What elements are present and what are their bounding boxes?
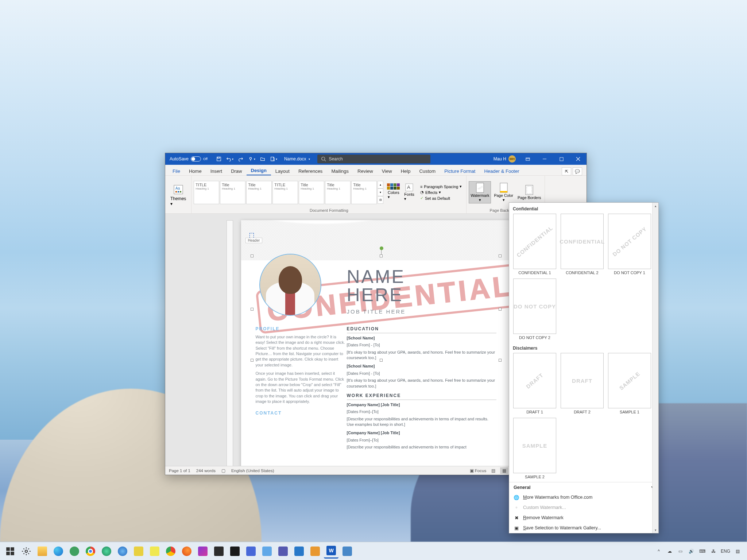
- store-icon[interactable]: [292, 544, 306, 559]
- themes-button[interactable]: Aa Themes▾: [167, 182, 189, 208]
- work-heading[interactable]: WORK EXPERIENCE: [347, 393, 496, 400]
- keyboard-icon[interactable]: ⌨: [699, 548, 706, 555]
- app-icon[interactable]: [131, 544, 146, 559]
- battery-icon[interactable]: ▭: [677, 548, 684, 555]
- colors-button[interactable]: Colors▾: [385, 183, 402, 202]
- watermark-button[interactable]: TEXT Watermark▾: [469, 181, 491, 203]
- remove-watermark[interactable]: ✖ Remove Watermark: [509, 513, 658, 523]
- tab-design[interactable]: Design: [247, 166, 271, 175]
- profile-text[interactable]: Want to put your own image in the circle…: [256, 334, 347, 368]
- watermark-option[interactable]: DRAFTDRAFT 2: [560, 353, 604, 414]
- watermark-option[interactable]: CONFIDENTIALCONFIDENTIAL 1: [513, 214, 557, 275]
- tab-draw[interactable]: Draw: [227, 166, 246, 175]
- language-indicator[interactable]: English (United States): [231, 468, 274, 473]
- selection-handle[interactable]: [380, 254, 383, 257]
- app-icon[interactable]: [244, 544, 258, 559]
- watermark-option[interactable]: DO NOT COPYDO NOT COPY 2: [513, 279, 557, 340]
- scrollbar[interactable]: ▴▾: [652, 203, 658, 533]
- selection-handle[interactable]: [251, 359, 253, 362]
- profile-heading[interactable]: PROFILE: [256, 326, 347, 332]
- word-count[interactable]: 244 words: [196, 468, 216, 473]
- undo-button[interactable]: ▾: [225, 154, 235, 164]
- tab-review[interactable]: Review: [353, 166, 378, 175]
- set-default-button[interactable]: ✓Set as Default: [420, 196, 462, 201]
- watermark-option[interactable]: DO NOT COPYDO NOT COPY 1: [608, 214, 651, 275]
- education-heading[interactable]: EDUCATION: [347, 326, 496, 333]
- user-account[interactable]: Mau H MH: [490, 155, 519, 163]
- style-set-gallery[interactable]: TITLEHeading 1 TitleHeading 1 TitleHeadi…: [194, 181, 383, 204]
- gallery-more[interactable]: ▴▾⊟: [378, 181, 383, 204]
- selection-handle[interactable]: [499, 254, 502, 257]
- autosave-toggle[interactable]: AutoSave Off: [165, 156, 212, 162]
- app-icon[interactable]: [67, 544, 82, 559]
- file-explorer-icon[interactable]: [35, 544, 50, 559]
- firefox-icon[interactable]: [179, 544, 194, 559]
- save-selection-watermark[interactable]: ▣ Save Selection to Watermark Gallery...: [509, 523, 658, 533]
- tray-overflow[interactable]: ^: [655, 548, 662, 555]
- document-name[interactable]: Name.docx▾: [280, 156, 314, 162]
- volume-icon[interactable]: 🔊: [688, 548, 695, 555]
- read-mode-button[interactable]: ▤: [489, 467, 497, 474]
- edge-beta-icon[interactable]: [115, 544, 130, 559]
- more-watermarks-office[interactable]: 🌐 More Watermarks from Office.com ›: [509, 492, 658, 502]
- camera-icon[interactable]: [340, 544, 355, 559]
- tab-references[interactable]: References: [294, 166, 327, 175]
- profile-photo[interactable]: [259, 254, 321, 316]
- settings-icon[interactable]: [19, 544, 34, 559]
- network-icon[interactable]: 🖧: [710, 548, 717, 555]
- app-icon[interactable]: [147, 544, 162, 559]
- onedrive-icon[interactable]: ☁: [666, 548, 673, 555]
- chrome-icon[interactable]: [163, 544, 178, 559]
- page-color-button[interactable]: Page Color▾: [492, 182, 515, 203]
- focus-mode[interactable]: ▣ Focus: [470, 468, 487, 473]
- selection-handle[interactable]: [499, 359, 502, 362]
- save-button[interactable]: [214, 154, 224, 164]
- search-input[interactable]: Search: [317, 155, 430, 163]
- selection-handle[interactable]: [251, 308, 253, 311]
- tab-mailings[interactable]: Mailings: [327, 166, 353, 175]
- watermark-option[interactable]: SAMPLESAMPLE 2: [513, 418, 557, 479]
- rotation-handle[interactable]: [380, 246, 383, 250]
- page-borders-button[interactable]: Page Borders: [516, 184, 542, 201]
- ribbon-display-button[interactable]: [519, 153, 536, 165]
- tab-home[interactable]: Home: [185, 166, 206, 175]
- action-center-icon[interactable]: ▤: [734, 548, 741, 555]
- tab-help[interactable]: Help: [396, 166, 415, 175]
- job-title[interactable]: JOB TITLE HERE: [347, 308, 406, 315]
- app-icon[interactable]: [196, 544, 210, 559]
- tab-file[interactable]: File: [168, 166, 185, 175]
- watermark-option[interactable]: SAMPLESAMPLE 1: [608, 353, 651, 414]
- start-button[interactable]: [3, 544, 18, 559]
- tab-view[interactable]: View: [378, 166, 396, 175]
- language-indicator[interactable]: ENG: [721, 549, 730, 554]
- edge-dev-icon[interactable]: [99, 544, 114, 559]
- new-button[interactable]: ▾: [269, 154, 278, 164]
- minimize-button[interactable]: [536, 153, 553, 165]
- spell-check-icon[interactable]: ▢: [221, 468, 225, 473]
- app-icon[interactable]: [308, 544, 322, 559]
- tab-layout[interactable]: Layout: [271, 166, 294, 175]
- comments-button[interactable]: 💬: [573, 167, 582, 175]
- selection-handle[interactable]: [499, 308, 502, 311]
- selection-handle[interactable]: [251, 254, 253, 257]
- open-button[interactable]: [258, 154, 267, 164]
- chrome-icon[interactable]: [83, 544, 98, 559]
- name-heading[interactable]: NAMEHERE: [347, 268, 405, 304]
- watermark-option[interactable]: DRAFTDRAFT 1: [513, 353, 557, 414]
- fonts-button[interactable]: A Fonts▾: [402, 183, 417, 202]
- edge-icon[interactable]: [51, 544, 66, 559]
- watermark-general-header[interactable]: General▾: [509, 482, 658, 492]
- print-layout-button[interactable]: ▦: [500, 467, 508, 474]
- watermark-option[interactable]: CONFIDENTIALCONFIDENTIAL 2: [560, 214, 604, 275]
- terminal-icon[interactable]: [212, 544, 226, 559]
- touch-mode-button[interactable]: ▾: [247, 154, 256, 164]
- close-button[interactable]: [570, 153, 587, 165]
- share-button[interactable]: ⇱: [562, 167, 571, 175]
- redo-button[interactable]: [236, 154, 245, 164]
- paragraph-spacing-button[interactable]: ≡Paragraph Spacing ▾: [420, 184, 462, 189]
- contact-heading[interactable]: CONTACT: [256, 410, 347, 416]
- tab-header-footer[interactable]: Header & Footer: [480, 166, 523, 175]
- profile-text[interactable]: Once your image has been inserted, selec…: [256, 371, 347, 404]
- maximize-button[interactable]: [553, 153, 570, 165]
- cmd-icon[interactable]: [228, 544, 242, 559]
